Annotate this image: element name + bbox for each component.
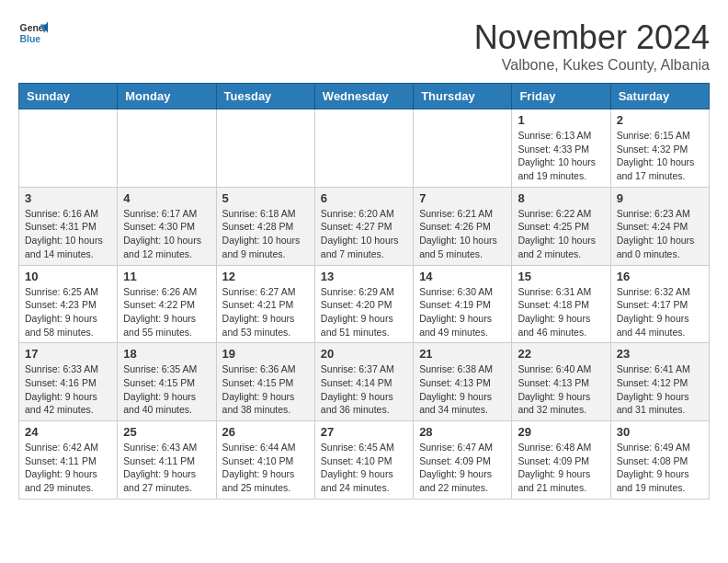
day-info: Sunrise: 6:16 AM Sunset: 4:31 PM Dayligh… xyxy=(25,207,111,261)
day-info: Sunrise: 6:47 AM Sunset: 4:09 PM Dayligh… xyxy=(419,441,506,495)
calendar-cell: 21Sunrise: 6:38 AM Sunset: 4:13 PM Dayli… xyxy=(414,343,512,421)
day-number: 6 xyxy=(321,191,407,205)
day-info: Sunrise: 6:49 AM Sunset: 4:08 PM Dayligh… xyxy=(617,441,703,495)
day-info: Sunrise: 6:37 AM Sunset: 4:14 PM Dayligh… xyxy=(321,362,407,417)
day-info: Sunrise: 6:33 AM Sunset: 4:16 PM Dayligh… xyxy=(25,362,111,417)
page-header: General Blue November 2024 Valbone, Kuke… xyxy=(18,18,710,74)
weekday-header-sunday: Sunday xyxy=(19,84,118,109)
calendar-cell: 3Sunrise: 6:16 AM Sunset: 4:31 PM Daylig… xyxy=(19,187,118,265)
calendar-cell: 30Sunrise: 6:49 AM Sunset: 4:08 PM Dayli… xyxy=(610,421,709,500)
calendar-cell: 2Sunrise: 6:15 AM Sunset: 4:32 PM Daylig… xyxy=(610,109,709,188)
calendar-cell: 28Sunrise: 6:47 AM Sunset: 4:09 PM Dayli… xyxy=(414,421,512,500)
calendar-cell: 26Sunrise: 6:44 AM Sunset: 4:10 PM Dayli… xyxy=(216,421,314,500)
day-number: 20 xyxy=(321,347,407,361)
day-info: Sunrise: 6:17 AM Sunset: 4:30 PM Dayligh… xyxy=(123,207,210,261)
day-number: 19 xyxy=(222,347,309,361)
day-number: 24 xyxy=(25,425,111,439)
weekday-header-row: SundayMondayTuesdayWednesdayThursdayFrid… xyxy=(19,84,710,109)
day-number: 9 xyxy=(617,191,703,205)
day-number: 18 xyxy=(123,347,210,361)
day-info: Sunrise: 6:40 AM Sunset: 4:13 PM Dayligh… xyxy=(518,362,604,417)
calendar-cell xyxy=(19,109,118,188)
day-number: 30 xyxy=(617,425,703,439)
logo-icon: General Blue xyxy=(18,18,48,48)
day-number: 3 xyxy=(25,191,111,205)
day-info: Sunrise: 6:26 AM Sunset: 4:22 PM Dayligh… xyxy=(123,285,210,339)
day-info: Sunrise: 6:43 AM Sunset: 4:11 PM Dayligh… xyxy=(123,441,210,495)
day-number: 29 xyxy=(518,425,604,439)
day-number: 2 xyxy=(617,113,703,127)
weekday-header-friday: Friday xyxy=(512,84,610,109)
calendar-cell xyxy=(414,109,512,188)
calendar-cell: 1Sunrise: 6:13 AM Sunset: 4:33 PM Daylig… xyxy=(512,109,610,188)
day-number: 23 xyxy=(617,347,703,361)
day-info: Sunrise: 6:20 AM Sunset: 4:27 PM Dayligh… xyxy=(321,207,407,261)
day-info: Sunrise: 6:41 AM Sunset: 4:12 PM Dayligh… xyxy=(617,362,703,417)
day-info: Sunrise: 6:30 AM Sunset: 4:19 PM Dayligh… xyxy=(419,285,506,339)
logo: General Blue xyxy=(18,18,48,48)
title-section: November 2024 Valbone, Kukes County, Alb… xyxy=(474,18,710,74)
day-info: Sunrise: 6:35 AM Sunset: 4:15 PM Dayligh… xyxy=(123,362,210,417)
month-title: November 2024 xyxy=(474,18,710,57)
day-number: 26 xyxy=(222,425,309,439)
weekday-header-saturday: Saturday xyxy=(610,84,709,109)
calendar-week-4: 17Sunrise: 6:33 AM Sunset: 4:16 PM Dayli… xyxy=(19,343,710,421)
calendar-cell: 29Sunrise: 6:48 AM Sunset: 4:09 PM Dayli… xyxy=(512,421,610,500)
calendar-cell: 7Sunrise: 6:21 AM Sunset: 4:26 PM Daylig… xyxy=(414,187,512,265)
calendar-cell: 19Sunrise: 6:36 AM Sunset: 4:15 PM Dayli… xyxy=(216,343,314,421)
weekday-header-monday: Monday xyxy=(118,84,216,109)
day-number: 14 xyxy=(419,270,506,283)
day-number: 13 xyxy=(321,270,407,283)
day-info: Sunrise: 6:29 AM Sunset: 4:20 PM Dayligh… xyxy=(321,285,407,339)
svg-text:Blue: Blue xyxy=(20,34,41,44)
day-info: Sunrise: 6:48 AM Sunset: 4:09 PM Dayligh… xyxy=(518,441,604,495)
calendar-cell: 22Sunrise: 6:40 AM Sunset: 4:13 PM Dayli… xyxy=(512,343,610,421)
calendar-week-3: 10Sunrise: 6:25 AM Sunset: 4:23 PM Dayli… xyxy=(19,265,710,343)
day-info: Sunrise: 6:31 AM Sunset: 4:18 PM Dayligh… xyxy=(518,285,604,339)
day-number: 10 xyxy=(25,270,111,283)
weekday-header-wednesday: Wednesday xyxy=(314,84,413,109)
day-number: 4 xyxy=(123,191,210,205)
day-info: Sunrise: 6:27 AM Sunset: 4:21 PM Dayligh… xyxy=(222,285,309,339)
day-info: Sunrise: 6:45 AM Sunset: 4:10 PM Dayligh… xyxy=(321,441,407,495)
calendar-cell: 16Sunrise: 6:32 AM Sunset: 4:17 PM Dayli… xyxy=(610,265,709,343)
day-info: Sunrise: 6:18 AM Sunset: 4:28 PM Dayligh… xyxy=(222,207,309,261)
weekday-header-thursday: Thursday xyxy=(414,84,512,109)
day-info: Sunrise: 6:22 AM Sunset: 4:25 PM Dayligh… xyxy=(518,207,604,261)
calendar-cell xyxy=(314,109,413,188)
day-number: 15 xyxy=(518,270,604,283)
calendar-cell: 15Sunrise: 6:31 AM Sunset: 4:18 PM Dayli… xyxy=(512,265,610,343)
day-number: 7 xyxy=(419,191,506,205)
day-number: 17 xyxy=(25,347,111,361)
calendar-cell: 10Sunrise: 6:25 AM Sunset: 4:23 PM Dayli… xyxy=(19,265,118,343)
location-title: Valbone, Kukes County, Albania xyxy=(474,57,710,74)
calendar-cell: 27Sunrise: 6:45 AM Sunset: 4:10 PM Dayli… xyxy=(314,421,413,500)
day-number: 11 xyxy=(123,270,210,283)
day-info: Sunrise: 6:13 AM Sunset: 4:33 PM Dayligh… xyxy=(518,129,604,183)
calendar-cell: 5Sunrise: 6:18 AM Sunset: 4:28 PM Daylig… xyxy=(216,187,314,265)
calendar-week-2: 3Sunrise: 6:16 AM Sunset: 4:31 PM Daylig… xyxy=(19,187,710,265)
calendar-cell: 17Sunrise: 6:33 AM Sunset: 4:16 PM Dayli… xyxy=(19,343,118,421)
calendar-cell: 18Sunrise: 6:35 AM Sunset: 4:15 PM Dayli… xyxy=(118,343,216,421)
day-number: 12 xyxy=(222,270,309,283)
calendar-cell xyxy=(118,109,216,188)
day-info: Sunrise: 6:32 AM Sunset: 4:17 PM Dayligh… xyxy=(617,285,703,339)
calendar-week-5: 24Sunrise: 6:42 AM Sunset: 4:11 PM Dayli… xyxy=(19,421,710,500)
day-number: 16 xyxy=(617,270,703,283)
calendar-cell xyxy=(216,109,314,188)
day-number: 25 xyxy=(123,425,210,439)
calendar-week-1: 1Sunrise: 6:13 AM Sunset: 4:33 PM Daylig… xyxy=(19,109,710,188)
day-info: Sunrise: 6:36 AM Sunset: 4:15 PM Dayligh… xyxy=(222,362,309,417)
calendar-cell: 9Sunrise: 6:23 AM Sunset: 4:24 PM Daylig… xyxy=(610,187,709,265)
calendar-cell: 24Sunrise: 6:42 AM Sunset: 4:11 PM Dayli… xyxy=(19,421,118,500)
calendar-cell: 11Sunrise: 6:26 AM Sunset: 4:22 PM Dayli… xyxy=(118,265,216,343)
weekday-header-tuesday: Tuesday xyxy=(216,84,314,109)
day-info: Sunrise: 6:38 AM Sunset: 4:13 PM Dayligh… xyxy=(419,362,506,417)
calendar-cell: 8Sunrise: 6:22 AM Sunset: 4:25 PM Daylig… xyxy=(512,187,610,265)
day-info: Sunrise: 6:44 AM Sunset: 4:10 PM Dayligh… xyxy=(222,441,309,495)
day-number: 1 xyxy=(518,113,604,127)
day-info: Sunrise: 6:23 AM Sunset: 4:24 PM Dayligh… xyxy=(617,207,703,261)
day-number: 8 xyxy=(518,191,604,205)
calendar-cell: 20Sunrise: 6:37 AM Sunset: 4:14 PM Dayli… xyxy=(314,343,413,421)
day-number: 28 xyxy=(419,425,506,439)
